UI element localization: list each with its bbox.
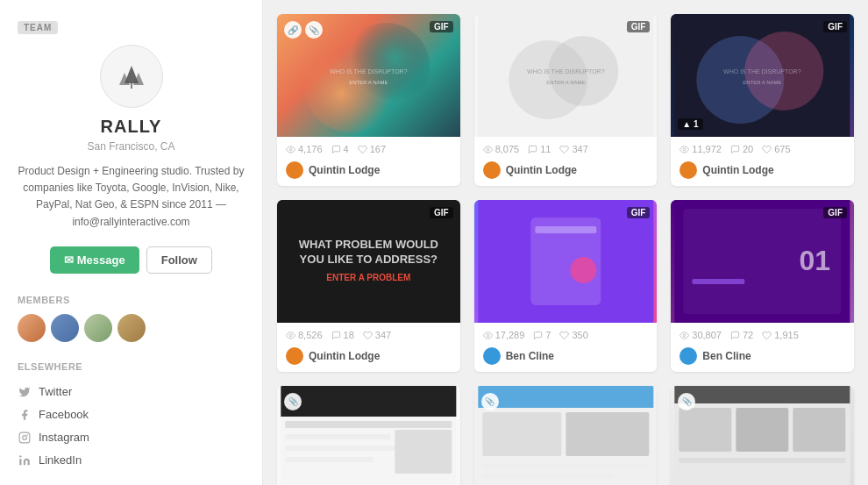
likes-stat: 1,915 — [762, 330, 799, 340]
card-author-row-6[interactable]: Ben Cline — [671, 347, 854, 372]
members-label: MEMBERS — [18, 295, 245, 305]
svg-point-39 — [683, 334, 686, 337]
likes-stat: 347 — [363, 330, 391, 340]
paperclip-icon: 📎 — [481, 393, 499, 410]
author-avatar-2 — [483, 161, 501, 179]
paperclip-icon: 📎 — [678, 393, 695, 410]
svg-rect-46 — [395, 430, 452, 474]
comments-count: 7 — [545, 330, 551, 340]
svg-point-7 — [19, 455, 21, 457]
card-8[interactable]: 📎 11,717 8 360 — [474, 386, 658, 485]
author-name-4[interactable]: Quintin Lodge — [309, 350, 380, 362]
paperclip-icon: 📎 — [305, 21, 323, 39]
social-link-facebook[interactable]: Facebook — [18, 403, 245, 426]
card-image-1: WHO IS THE DISRUPTOR? ENTER A NAMEGIF🔗📎 — [277, 14, 460, 137]
comments-stat: 7 — [533, 330, 551, 340]
attach-badge-9: 📎 — [678, 393, 695, 410]
twitter-icon — [18, 385, 32, 399]
follow-button[interactable]: Follow — [146, 246, 212, 274]
comments-count: 18 — [344, 330, 354, 340]
card-author-row-1[interactable]: Quintin Lodge — [277, 161, 460, 186]
svg-point-12 — [289, 148, 292, 151]
author-name-6[interactable]: Ben Cline — [702, 350, 751, 362]
views-stat: 4,176 — [286, 144, 323, 154]
author-avatar-6 — [679, 347, 697, 365]
svg-rect-59 — [793, 408, 846, 452]
svg-rect-53 — [482, 474, 614, 479]
gif-badge-6: GIF — [823, 207, 847, 218]
svg-rect-57 — [679, 408, 732, 452]
attach-badge-8: 📎 — [481, 393, 499, 410]
views-stat: 17,289 — [483, 330, 525, 340]
svg-rect-43 — [285, 434, 390, 439]
svg-point-29 — [289, 334, 292, 337]
upvote-badge-3: ▲ 1 — [678, 118, 702, 130]
gif-badge-5: GIF — [627, 207, 651, 218]
svg-text:WHO IS THE DISRUPTOR?: WHO IS THE DISRUPTOR? — [330, 68, 408, 75]
card-stats-2: 8,075 11 347 — [474, 137, 658, 161]
comments-count: 20 — [743, 144, 753, 154]
comments-stat: 72 — [730, 330, 753, 340]
comments-stat: 20 — [730, 144, 753, 154]
card-2[interactable]: WHO IS THE DISRUPTOR? ENTER A NAMEGIF 8,… — [474, 14, 658, 186]
social-link-twitter[interactable]: Twitter — [18, 381, 245, 403]
card-6[interactable]: 01 GIF 30,807 72 1,915 Ben Cline — [671, 200, 854, 372]
card-author-row-2[interactable]: Quintin Lodge — [474, 161, 658, 186]
members-section: MEMBERS — [18, 295, 245, 342]
views-count: 8,075 — [495, 144, 520, 154]
views-stat: 30,807 — [679, 330, 722, 340]
link-icon: 🔗 — [284, 21, 302, 39]
svg-rect-51 — [566, 412, 649, 456]
author-name-2[interactable]: Quintin Lodge — [506, 164, 577, 176]
card-1[interactable]: WHO IS THE DISRUPTOR? ENTER A NAMEGIF🔗📎 … — [277, 14, 460, 186]
svg-rect-38 — [693, 279, 745, 284]
team-logo — [100, 45, 163, 108]
member-avatar-3[interactable] — [84, 314, 112, 342]
facebook-label: Facebook — [39, 408, 89, 421]
gif-badge-4: GIF — [430, 207, 453, 218]
card-stats-6: 30,807 72 1,915 — [671, 323, 854, 347]
message-button[interactable]: ✉ Message — [50, 246, 139, 274]
card-9[interactable]: 📎 12,808 8 502 — [671, 386, 854, 485]
member-avatar-1[interactable] — [18, 314, 46, 342]
card-7[interactable]: 📎 18,520 28 1,057 — [277, 386, 460, 485]
card-stats-3: 11,972 20 675 — [671, 137, 854, 161]
card-image-3: WHO IS THE DISRUPTOR? ENTER A NAMEGIF▲ 1 — [671, 14, 854, 137]
card-image-2: WHO IS THE DISRUPTOR? ENTER A NAMEGIF — [474, 14, 658, 137]
author-name-1[interactable]: Quintin Lodge — [309, 164, 380, 176]
card-image-4: WHAT PROBLEM WOULD YOU LIKE TO ADDRESS? … — [277, 200, 460, 323]
member-avatar-4[interactable] — [117, 314, 146, 342]
linkedin-icon — [18, 453, 32, 467]
members-avatars — [18, 314, 245, 342]
svg-text:ENTER A NAME: ENTER A NAME — [546, 80, 585, 85]
svg-rect-41 — [281, 386, 456, 417]
card-3[interactable]: WHO IS THE DISRUPTOR? ENTER A NAMEGIF▲ 1… — [671, 14, 854, 186]
author-avatar-1 — [286, 161, 303, 179]
gif-badge-2: GIF — [627, 21, 651, 32]
svg-text:ENTER A PROBLEM: ENTER A PROBLEM — [326, 273, 410, 282]
svg-text:ENTER A NAME: ENTER A NAME — [743, 80, 781, 85]
likes-count: 347 — [375, 330, 391, 340]
author-name-5[interactable]: Ben Cline — [506, 350, 554, 362]
svg-point-34 — [487, 334, 489, 337]
instagram-icon — [18, 431, 32, 445]
svg-point-6 — [27, 434, 28, 435]
comments-stat: 4 — [331, 144, 349, 154]
sidebar: TEAM RALLY San Francisco, CA Product Des… — [0, 0, 263, 485]
member-avatar-2[interactable] — [51, 314, 79, 342]
author-avatar-5 — [483, 347, 501, 365]
likes-count: 1,915 — [774, 330, 799, 340]
views-count: 17,289 — [495, 330, 525, 340]
social-link-instagram[interactable]: Instagram — [18, 426, 245, 449]
card-author-row-5[interactable]: Ben Cline — [474, 347, 658, 372]
svg-point-9 — [342, 23, 430, 111]
card-author-row-4[interactable]: Quintin Lodge — [277, 347, 460, 372]
author-name-3[interactable]: Quintin Lodge — [702, 164, 773, 176]
card-4[interactable]: WHAT PROBLEM WOULD YOU LIKE TO ADDRESS? … — [277, 200, 460, 372]
card-author-row-3[interactable]: Quintin Lodge — [671, 161, 854, 186]
author-avatar-3 — [679, 161, 697, 179]
social-link-linkedin[interactable]: LinkedIn — [18, 449, 245, 472]
card-5[interactable]: GIF 17,289 7 350 Ben Cline — [474, 200, 658, 372]
comments-stat: 18 — [331, 330, 354, 340]
action-buttons: ✉ Message Follow — [50, 246, 212, 274]
